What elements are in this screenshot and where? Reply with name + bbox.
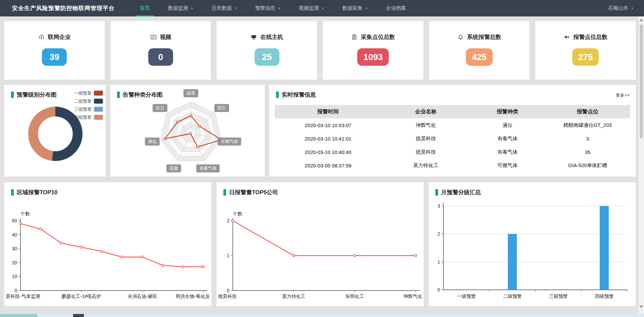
alarm-type-panel: 告警种类分布图 温度其它可燃气体有毒气体流量液位压力 — [110, 85, 265, 177]
chevron-down-icon: ▼ — [365, 7, 368, 10]
svg-text:三级预警: 三级预警 — [549, 294, 568, 299]
svg-text:40: 40 — [12, 232, 17, 237]
svg-text:英力特化工: 英力特化工 — [282, 294, 306, 299]
radar-axis-label: 液位 — [145, 138, 160, 146]
stat-card-label: 报警点位总数 — [573, 33, 607, 41]
video-icon — [150, 34, 157, 40]
table-row[interactable]: 2020-03-10 10:40:40德昊科技有毒气体35 — [275, 145, 630, 159]
menu-item-6[interactable]: 数据采集▼ — [338, 0, 372, 16]
table-cell: 液位 — [470, 122, 545, 128]
bell-icon — [458, 34, 464, 40]
stat-card-label: 系统报警总数 — [467, 33, 501, 41]
table-cell: 2020-03-10 10:40:40 — [275, 149, 381, 155]
svg-text:东明化工: 东明化工 — [345, 294, 364, 299]
panel-title: 实时报警信息 — [282, 91, 316, 99]
svg-text:永润石油-罐区: 永润石油-罐区 — [127, 294, 157, 299]
svg-text:2: 2 — [227, 218, 229, 223]
table-cell: 3 — [545, 136, 630, 142]
scroll-down-arrow-icon[interactable] — [640, 306, 643, 308]
table-header-row: 报警时间企业名称报警种类报警点位 — [275, 105, 630, 118]
menu-item-2[interactable]: 数据监测▼ — [164, 0, 198, 16]
stat-card-4: 采集点位总数1093 — [323, 21, 424, 80]
svg-text:德昊科技: 德昊科技 — [218, 294, 237, 299]
app-title: 安全生产风险预警防控物联网管理平台 — [12, 4, 115, 12]
menu-item-7[interactable]: 企业档案 — [382, 0, 410, 16]
stat-card-6: 报警点位总数275 — [535, 21, 636, 80]
svg-text:坤辉气化: 坤辉气化 — [403, 294, 422, 299]
svg-text:个数: 个数 — [232, 211, 242, 216]
svg-text:四级预警: 四级预警 — [595, 294, 614, 299]
stat-card-value: 39 — [42, 48, 67, 66]
menu-item-label: 历史数据 — [212, 5, 232, 11]
radar-axis-label: 有毒气体 — [196, 164, 220, 172]
stat-card-1: 联网企业39 — [4, 21, 105, 80]
region-alarm-top10-panel: 区域报警TOP10 01020304050个数昊科技-气体监测鹏盛化工-1#电石… — [4, 182, 212, 306]
stat-card-2: 视频0 — [110, 21, 211, 80]
region-label: 石嘴山市 — [608, 5, 628, 11]
background-window-edge — [0, 314, 644, 317]
main-menu: 首页数据监测▼历史数据▼预警信息▼视频监测▼数据采集▼企业档案 — [136, 0, 410, 16]
scrollbar-thumb[interactable] — [640, 24, 643, 139]
svg-text:个数: 个数 — [20, 211, 30, 216]
menu-item-label: 预警信息 — [255, 5, 275, 11]
table-header-cell: 企业名称 — [381, 108, 470, 115]
table-row[interactable]: 2020-03-10 10:53:07坤辉气化液位精醇南罐液位GT_203 — [275, 118, 630, 132]
table-header-cell: 报警点位 — [545, 108, 630, 115]
region-alarm-top10-line-chart: 01020304050个数昊科技-气体监测鹏盛化工-1#电石炉永润石油-罐区荆洪… — [4, 182, 212, 307]
chevron-down-icon: ▼ — [234, 7, 237, 10]
svg-text:2: 2 — [437, 231, 440, 236]
table-cell: 有毒气体 — [470, 136, 545, 142]
table-header-cell: 报警时间 — [275, 108, 381, 115]
monitor-icon — [251, 34, 257, 40]
menu-item-label: 数据采集 — [342, 5, 363, 11]
daily-alarm-top5-line-chart: 012个数德昊科技英力特化工东明化工坤辉气化 — [217, 182, 424, 307]
svg-text:20: 20 — [12, 260, 17, 265]
svg-text:10: 10 — [12, 274, 17, 279]
menu-item-label: 视频监测 — [299, 5, 319, 11]
region-selector[interactable]: 石嘴山市 ▼ — [608, 0, 634, 16]
table-cell: 2020-03-05 08:37:59 — [275, 163, 381, 168]
monthly-warning-bar-chart: 0123一级预警二级预警三级预警四级预警 — [429, 182, 636, 307]
menu-item-4[interactable]: 预警信息▼ — [251, 0, 285, 16]
menu-item-1[interactable]: 首页 — [136, 0, 154, 16]
stat-card-label: 在线主机 — [260, 33, 283, 41]
radar-axis-label: 温度 — [183, 89, 198, 97]
table-cell: 2020-03-10 10:53:07 — [275, 122, 381, 128]
table-cell: 可燃气体 — [470, 162, 545, 169]
menu-item-5[interactable]: 视频监测▼ — [295, 0, 328, 16]
table-row[interactable]: 2020-03-05 08:37:59英力特化工可燃气体GIA-520单体贮槽 — [275, 159, 630, 172]
table-cell: 有毒气体 — [470, 149, 545, 155]
stat-card-label: 视频 — [160, 33, 171, 41]
menu-item-label: 数据监测 — [168, 5, 188, 11]
table-cell: GIA-520单体贮槽 — [545, 162, 630, 169]
vertical-scrollbar[interactable] — [639, 16, 644, 314]
table-cell: 德昊科技 — [381, 136, 470, 142]
table-header-cell: 报警种类 — [470, 108, 545, 115]
svg-text:一级预警: 一级预警 — [457, 294, 476, 299]
table-cell: 精醇南罐液位GT_203 — [545, 122, 630, 128]
chevron-down-icon: ▼ — [191, 7, 194, 10]
realtime-alarm-panel: 实时报警信息 更多>> 报警时间企业名称报警种类报警点位2020-03-10 1… — [269, 85, 636, 177]
title-bar-icon — [276, 92, 279, 98]
svg-text:二级预警: 二级预警 — [503, 294, 522, 299]
stat-card-5: 系统报警总数425 — [429, 21, 530, 80]
menu-item-3[interactable]: 历史数据▼ — [208, 0, 241, 16]
scroll-up-arrow-icon[interactable] — [640, 19, 643, 21]
svg-text:鹏盛化工-1#电石炉: 鹏盛化工-1#电石炉 — [62, 294, 101, 299]
warning-level-donut-chart — [4, 85, 106, 177]
stat-card-value: 0 — [148, 48, 173, 66]
radar-axis-label: 压力 — [153, 104, 167, 112]
navbar: 安全生产风险预警防控物联网管理平台 首页数据监测▼历史数据▼预警信息▼视频监测▼… — [0, 0, 644, 16]
table-cell: 2020-03-10 10:41:01 — [275, 136, 381, 142]
svg-text:50: 50 — [12, 218, 17, 223]
svg-text:3: 3 — [437, 203, 440, 209]
radar-axis-label: 流量 — [166, 164, 181, 172]
stat-card-3: 在线主机25 — [216, 21, 317, 80]
monthly-warning-summary-panel: 月预警分级汇总 0123一级预警二级预警三级预警四级预警 — [428, 182, 636, 306]
table-row[interactable]: 2020-03-10 10:41:01德昊科技有毒气体3 — [275, 132, 630, 145]
background-window-fragment — [0, 314, 38, 317]
daily-alarm-top5-panel: 日报警量TOP5公司 012个数德昊科技英力特化工东明化工坤辉气化 — [216, 182, 424, 306]
svg-text:0: 0 — [227, 288, 229, 293]
more-link[interactable]: 更多>> — [616, 92, 630, 98]
svg-text:1: 1 — [437, 259, 440, 265]
